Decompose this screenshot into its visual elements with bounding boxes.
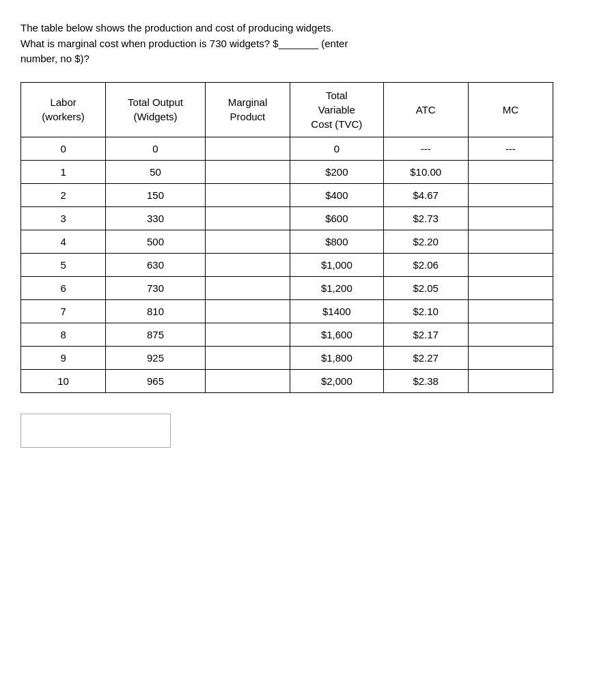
col-header-output: Total Output(Widgets)	[106, 82, 206, 137]
col-header-atc: ATC	[383, 82, 468, 137]
cell-marginal	[205, 253, 290, 276]
cell-output: 630	[106, 253, 206, 276]
table-row: 000------	[21, 137, 553, 160]
cell-tvc: $1400	[290, 299, 384, 323]
cell-marginal	[205, 230, 290, 253]
cell-output: 50	[106, 160, 206, 183]
cell-output: 730	[106, 276, 206, 299]
answer-input-box[interactable]	[20, 414, 171, 448]
table-row: 7810$1400$2.10	[21, 299, 553, 323]
table-row: 150$200$10.00	[21, 160, 553, 183]
cell-marginal	[205, 323, 290, 346]
cell-mc	[468, 369, 553, 392]
table-row: 2150$400$4.67	[21, 183, 553, 206]
cell-atc: $10.00	[383, 160, 468, 183]
col-header-tvc: TotalVariableCost (TVC)	[290, 82, 384, 137]
table-row: 10965$2,000$2.38	[21, 369, 553, 392]
cell-output: 330	[106, 206, 206, 230]
cell-atc: $2.20	[383, 230, 468, 253]
cell-tvc: $600	[290, 206, 384, 230]
table-row: 5630$1,000$2.06	[21, 253, 553, 276]
cell-output: 150	[106, 183, 206, 206]
cell-atc: $4.67	[383, 183, 468, 206]
cell-mc	[468, 230, 553, 253]
cell-mc	[468, 276, 553, 299]
cell-marginal	[205, 160, 290, 183]
cell-labor: 7	[21, 299, 106, 323]
cell-mc	[468, 346, 553, 369]
col-header-marginal: MarginalProduct	[205, 82, 290, 137]
cell-marginal	[205, 369, 290, 392]
col-header-mc: MC	[468, 82, 553, 137]
cell-atc: $2.10	[383, 299, 468, 323]
cell-tvc: $1,000	[290, 253, 384, 276]
cell-atc: $2.17	[383, 323, 468, 346]
table-row: 8875$1,600$2.17	[21, 323, 553, 346]
cell-marginal	[205, 183, 290, 206]
cell-output: 965	[106, 369, 206, 392]
cell-mc	[468, 206, 553, 230]
cell-labor: 4	[21, 230, 106, 253]
cell-labor: 0	[21, 137, 106, 160]
cell-output: 925	[106, 346, 206, 369]
cell-tvc: $2,000	[290, 369, 384, 392]
cell-tvc: $400	[290, 183, 384, 206]
cell-atc: $2.06	[383, 253, 468, 276]
cell-labor: 5	[21, 253, 106, 276]
cell-tvc: $200	[290, 160, 384, 183]
cell-mc	[468, 323, 553, 346]
cell-marginal	[205, 137, 290, 160]
cell-output: 500	[106, 230, 206, 253]
table-row: 9925$1,800$2.27	[21, 346, 553, 369]
cell-marginal	[205, 346, 290, 369]
table-row: 4500$800$2.20	[21, 230, 553, 253]
cell-mc	[468, 183, 553, 206]
question-text: The table below shows the production and…	[20, 21, 581, 67]
cell-labor: 1	[21, 160, 106, 183]
cell-labor: 8	[21, 323, 106, 346]
cell-atc: $2.05	[383, 276, 468, 299]
table-row: 3330$600$2.73	[21, 206, 553, 230]
cell-labor: 10	[21, 369, 106, 392]
cell-mc: ---	[468, 137, 553, 160]
cell-tvc: $800	[290, 230, 384, 253]
cell-marginal	[205, 276, 290, 299]
production-cost-table: Labor(workers) Total Output(Widgets) Mar…	[20, 82, 553, 393]
cell-output: 810	[106, 299, 206, 323]
cell-tvc: $1,200	[290, 276, 384, 299]
cell-mc	[468, 299, 553, 323]
cell-atc: $2.73	[383, 206, 468, 230]
cell-tvc: 0	[290, 137, 384, 160]
cell-output: 0	[106, 137, 206, 160]
cell-atc: $2.38	[383, 369, 468, 392]
cell-mc	[468, 253, 553, 276]
cell-labor: 3	[21, 206, 106, 230]
cell-labor: 9	[21, 346, 106, 369]
cell-atc: ---	[383, 137, 468, 160]
cell-mc	[468, 160, 553, 183]
cell-atc: $2.27	[383, 346, 468, 369]
table-row: 6730$1,200$2.05	[21, 276, 553, 299]
cell-tvc: $1,600	[290, 323, 384, 346]
cell-labor: 2	[21, 183, 106, 206]
cell-marginal	[205, 299, 290, 323]
cell-output: 875	[106, 323, 206, 346]
cell-labor: 6	[21, 276, 106, 299]
cell-marginal	[205, 206, 290, 230]
col-header-labor: Labor(workers)	[21, 82, 106, 137]
cell-tvc: $1,800	[290, 346, 384, 369]
